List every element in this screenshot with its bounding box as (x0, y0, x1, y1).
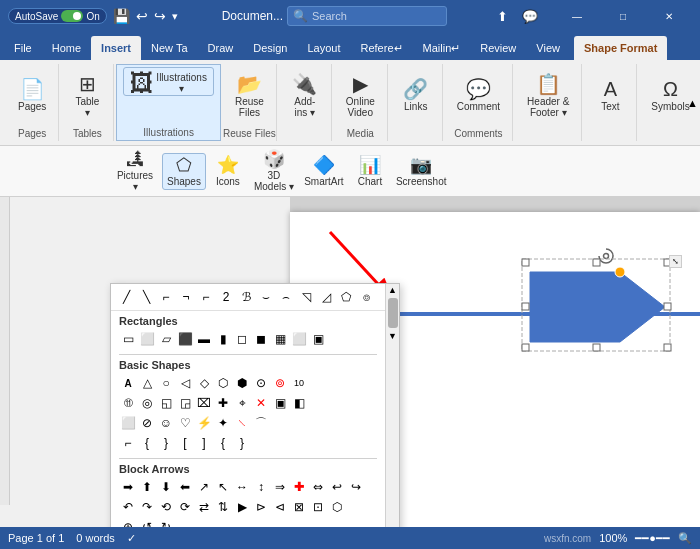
arrow-28[interactable]: ↻ (157, 518, 175, 527)
arrow-19[interactable]: ⇅ (214, 498, 232, 516)
tab-view[interactable]: View (526, 36, 570, 60)
basic-9[interactable]: ⊚ (271, 374, 289, 392)
arrow-23[interactable]: ⊠ (290, 498, 308, 516)
arrow-8[interactable]: ↕ (252, 478, 270, 496)
text-button[interactable]: A Text (590, 76, 630, 115)
recent-shape-7[interactable]: ℬ (237, 288, 255, 306)
arrow-6[interactable]: ↖ (214, 478, 232, 496)
zoom-slider[interactable]: ━━●━━ (635, 532, 670, 545)
tab-insert[interactable]: Insert (91, 36, 141, 60)
basic-15[interactable]: ⌧ (195, 394, 213, 412)
rect-3[interactable]: ▱ (157, 330, 175, 348)
undo-icon[interactable]: ↩ (136, 8, 148, 24)
basic-16[interactable]: ✚ (214, 394, 232, 412)
basic-2[interactable]: △ (138, 374, 156, 392)
shapes-button[interactable]: ⬠ Shapes (162, 153, 206, 190)
basic-17[interactable]: ⌖ (233, 394, 251, 412)
arrow-15[interactable]: ↷ (138, 498, 156, 516)
basic-24[interactable]: ♡ (176, 414, 194, 432)
autosave-toggle[interactable] (61, 10, 83, 22)
reuse-files-button[interactable]: 📂 ReuseFiles (229, 71, 270, 121)
maximize-button[interactable]: □ (600, 0, 646, 32)
basic-10[interactable]: 10 (290, 374, 308, 392)
arrow-21[interactable]: ⊳ (252, 498, 270, 516)
3d-models-button[interactable]: 🎲 3DModels ▾ (250, 148, 298, 194)
arrow-16[interactable]: ⟲ (157, 498, 175, 516)
shapes-scrollbar[interactable]: ▲ ▼ (385, 284, 399, 527)
online-video-button[interactable]: ▶ OnlineVideo (340, 71, 381, 121)
pictures-button[interactable]: 🏞 Pictures▾ (110, 148, 160, 194)
recent-shape-12[interactable]: ⬠ (337, 288, 355, 306)
basic-21[interactable]: ⬜ (119, 414, 137, 432)
icons-button[interactable]: ⭐ Icons (208, 154, 248, 189)
basic-13[interactable]: ◱ (157, 394, 175, 412)
customize-icon[interactable]: ▾ (172, 10, 178, 23)
arrow-4[interactable]: ⬅ (176, 478, 194, 496)
arrow-13[interactable]: ↪ (347, 478, 365, 496)
arrow-5[interactable]: ↗ (195, 478, 213, 496)
shapes-dropdown[interactable]: ╱ ╲ ⌐ ¬ ⌐ 2 ℬ ⌣ ⌢ ◹ ◿ ⬠ ⌾ Rectangles (110, 283, 400, 527)
rect-8[interactable]: ◼ (252, 330, 270, 348)
basic-25[interactable]: ⚡ (195, 414, 213, 432)
tab-references[interactable]: Refere↵ (350, 36, 412, 60)
rect-4[interactable]: ⬛ (176, 330, 194, 348)
basic-11[interactable]: ⑪ (119, 394, 137, 412)
basic-33[interactable]: ] (195, 434, 213, 452)
scroll-up-arrow[interactable]: ▲ (385, 284, 400, 296)
arrow-27[interactable]: ↺ (138, 518, 156, 527)
tab-file[interactable]: File (4, 36, 42, 60)
basic-23[interactable]: ☺ (157, 414, 175, 432)
basic-3[interactable]: ○ (157, 374, 175, 392)
header-footer-button[interactable]: 📋 Header &Footer ▾ (521, 71, 575, 121)
tab-layout[interactable]: Layout (297, 36, 350, 60)
arrow-17[interactable]: ⟳ (176, 498, 194, 516)
recent-shape-2[interactable]: ╲ (137, 288, 155, 306)
autosave-badge[interactable]: AutoSave On (8, 8, 107, 24)
basic-6[interactable]: ⬡ (214, 374, 232, 392)
basic-20[interactable]: ◧ (290, 394, 308, 412)
arrow-26[interactable]: ⊕ (119, 518, 137, 527)
recent-shape-10[interactable]: ◹ (297, 288, 315, 306)
illustrations-button[interactable]: 🖼 Illustrations ▾ (123, 67, 214, 96)
basic-27[interactable]: ⟍ (233, 414, 251, 432)
shape-resize-icon[interactable]: ⤡ (669, 255, 682, 268)
links-button[interactable]: 🔗 Links (396, 76, 436, 115)
recent-shape-3[interactable]: ⌐ (157, 288, 175, 306)
pentagon-shape-container[interactable]: ⤡ (520, 257, 680, 359)
rect-10[interactable]: ⬜ (290, 330, 308, 348)
basic-7[interactable]: ⬢ (233, 374, 251, 392)
basic-28[interactable]: ⌒ (252, 414, 270, 432)
zoom-out-icon[interactable]: 🔍 (678, 532, 692, 545)
basic-14[interactable]: ◲ (176, 394, 194, 412)
tab-mailings[interactable]: Mailin↵ (413, 36, 471, 60)
basic-4[interactable]: ◁ (176, 374, 194, 392)
redo-icon[interactable]: ↪ (154, 8, 166, 24)
rect-9[interactable]: ▦ (271, 330, 289, 348)
arrow-25[interactable]: ⬡ (328, 498, 346, 516)
chart-button[interactable]: 📊 Chart (350, 154, 390, 189)
basic-8[interactable]: ⊙ (252, 374, 270, 392)
basic-35[interactable]: } (233, 434, 251, 452)
recent-shape-5[interactable]: ⌐ (197, 288, 215, 306)
smartart-button[interactable]: 🔷 SmartArt (300, 154, 348, 189)
arrow-22[interactable]: ⊲ (271, 498, 289, 516)
recent-shape-4[interactable]: ¬ (177, 288, 195, 306)
ribbon-collapse-icon[interactable]: ⬆ (491, 9, 514, 24)
arrow-12[interactable]: ↩ (328, 478, 346, 496)
symbols-button[interactable]: Ω Symbols (645, 76, 695, 115)
addins-button[interactable]: 🔌 Add-ins ▾ (285, 71, 325, 121)
comment-button[interactable]: 💬 Comment (451, 76, 506, 115)
recent-shape-9[interactable]: ⌢ (277, 288, 295, 306)
arrow-24[interactable]: ⊡ (309, 498, 327, 516)
comments-icon[interactable]: 💬 (516, 9, 544, 24)
basic-32[interactable]: [ (176, 434, 194, 452)
save-icon[interactable]: 💾 (113, 8, 130, 24)
search-input[interactable] (287, 6, 447, 26)
basic-1[interactable]: A (119, 374, 137, 392)
rect-7[interactable]: ◻ (233, 330, 251, 348)
basic-18[interactable]: ✕ (252, 394, 270, 412)
arrow-3[interactable]: ⬇ (157, 478, 175, 496)
basic-5[interactable]: ◇ (195, 374, 213, 392)
recent-shape-1[interactable]: ╱ (117, 288, 135, 306)
arrow-14[interactable]: ↶ (119, 498, 137, 516)
